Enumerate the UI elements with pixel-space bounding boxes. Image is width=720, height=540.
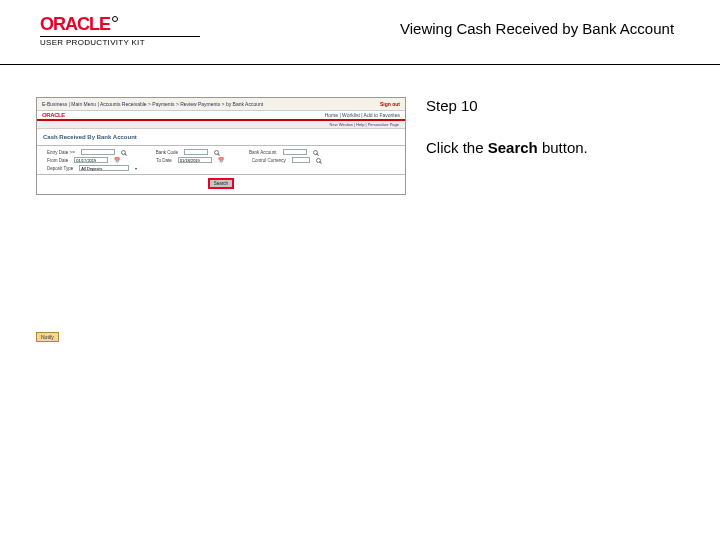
- lookup-icon[interactable]: [214, 150, 219, 155]
- lookup-icon[interactable]: [121, 150, 126, 155]
- calendar-icon[interactable]: 📅: [218, 157, 224, 163]
- lookup-icon[interactable]: [313, 150, 318, 155]
- bank-account-field[interactable]: [283, 149, 307, 155]
- oracle-upk-logo: ORACLE USER PRODUCTIVITY KIT: [40, 14, 200, 47]
- search-button[interactable]: Search: [209, 179, 233, 188]
- bank-account-label: Bank Account: [249, 150, 277, 155]
- from-date-field[interactable]: 01/17/2019: [74, 157, 108, 163]
- currency-field[interactable]: [292, 157, 310, 163]
- deposit-type-field[interactable]: All Deposits: [79, 165, 129, 171]
- breadcrumb: E-Business | Main Menu | Accounts Receiv…: [42, 101, 263, 107]
- page-tools[interactable]: New Window | Help | Personalize Page: [37, 121, 405, 129]
- entry-date-label: Entry Date >=: [47, 150, 75, 155]
- lookup-icon[interactable]: [316, 158, 321, 163]
- status-area: Notify: [36, 325, 418, 343]
- oracle-mini-logo: ORACLE: [42, 112, 65, 118]
- to-date-label: To Date: [156, 158, 172, 163]
- instr-pre: Click the: [426, 139, 488, 156]
- currency-label: Control Currency: [252, 158, 286, 163]
- instr-post: button.: [538, 139, 588, 156]
- calendar-icon[interactable]: 📅: [114, 157, 120, 163]
- entry-date-field[interactable]: [81, 149, 115, 155]
- embedded-screenshot: E-Business | Main Menu | Accounts Receiv…: [36, 97, 406, 195]
- step-number: Step 10: [426, 97, 720, 114]
- page-title: Viewing Cash Received by Bank Account: [200, 14, 700, 37]
- dropdown-icon[interactable]: ▾: [135, 166, 137, 171]
- instr-bold: Search: [488, 139, 538, 156]
- notify-button[interactable]: Notify: [36, 332, 59, 342]
- to-date-field[interactable]: 01/18/2019: [178, 157, 212, 163]
- bank-code-field[interactable]: [184, 149, 208, 155]
- upk-subtitle: USER PRODUCTIVITY KIT: [40, 36, 200, 47]
- oracle-wordmark: ORACLE: [40, 14, 110, 35]
- signout-link[interactable]: Sign out: [380, 101, 400, 107]
- deposit-type-label: Deposit Type: [47, 166, 73, 171]
- navbar-links[interactable]: Home | Worklist | Add to Favorites: [325, 112, 400, 118]
- from-date-label: From Date: [47, 158, 68, 163]
- bank-code-label: Bank Code: [156, 150, 178, 155]
- instruction-text: Click the Search button.: [426, 138, 720, 158]
- section-heading: Cash Received By Bank Account: [37, 129, 405, 143]
